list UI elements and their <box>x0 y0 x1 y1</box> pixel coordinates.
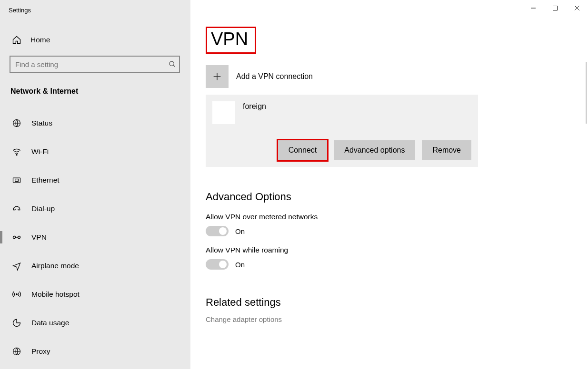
toggle-metered[interactable] <box>206 226 229 236</box>
remove-button[interactable]: Remove <box>422 140 471 160</box>
proxy-icon <box>11 346 22 357</box>
svg-point-0 <box>169 61 174 66</box>
home-label: Home <box>30 36 50 44</box>
search-input[interactable] <box>10 56 180 73</box>
sidebar-item-hotspot[interactable]: Mobile hotspot <box>10 281 181 308</box>
sidebar-item-vpn[interactable]: VPN <box>10 224 181 251</box>
svg-rect-4 <box>13 178 20 183</box>
svg-rect-5 <box>15 179 19 182</box>
sidebar-item-label: Status <box>31 119 52 127</box>
close-button[interactable] <box>566 1 588 15</box>
sidebar-item-wifi[interactable]: Wi-Fi <box>10 138 181 165</box>
search-icon <box>169 60 176 68</box>
wifi-icon <box>11 146 22 157</box>
category-header: Network & Internet <box>10 87 181 96</box>
vpn-connection-card[interactable]: foreign Connect Advanced options Remove <box>206 95 478 167</box>
change-adapter-link[interactable]: Change adapter options <box>206 315 574 323</box>
sidebar-item-label: Mobile hotspot <box>31 290 80 299</box>
svg-rect-12 <box>553 6 558 10</box>
status-icon <box>11 118 22 128</box>
sidebar-item-label: VPN <box>31 233 47 242</box>
sidebar: Settings Home Network & Internet <box>0 0 190 369</box>
maximize-button[interactable] <box>544 1 566 15</box>
close-icon <box>574 5 580 11</box>
main-pane: VPN Add a VPN connection foreign Connect… <box>190 0 588 369</box>
toggle-row-roaming: On <box>206 259 574 270</box>
minimize-button[interactable] <box>522 1 544 15</box>
sidebar-item-airplane[interactable]: Airplane mode <box>10 252 181 279</box>
sidebar-item-label: Wi-Fi <box>31 147 49 156</box>
page-title-highlight: VPN <box>206 27 256 54</box>
sidebar-item-dialup[interactable]: Dial-up <box>10 195 181 222</box>
home-icon <box>11 35 22 45</box>
vpn-connection-actions: Connect Advanced options Remove <box>212 140 471 160</box>
sidebar-item-label: Airplane mode <box>31 262 79 270</box>
vpn-icon <box>11 232 22 243</box>
scrollbar[interactable] <box>586 62 587 124</box>
sidebar-item-ethernet[interactable]: Ethernet <box>10 167 181 194</box>
sidebar-item-proxy[interactable]: Proxy <box>10 338 181 365</box>
page-title: VPN <box>211 29 248 49</box>
sidebar-item-datausage[interactable]: Data usage <box>10 310 181 336</box>
airplane-icon <box>11 261 22 271</box>
svg-point-6 <box>13 236 16 239</box>
sidebar-item-status[interactable]: Status <box>10 110 181 136</box>
sidebar-item-label: Data usage <box>31 319 69 327</box>
related-settings-heading: Related settings <box>206 296 574 309</box>
vpn-connection-icon <box>212 101 235 124</box>
add-vpn-label: Add a VPN connection <box>236 72 313 81</box>
vpn-connection-header: foreign <box>212 101 471 124</box>
toggle-state-metered: On <box>235 227 245 235</box>
datausage-icon <box>11 318 22 328</box>
add-vpn-button[interactable]: Add a VPN connection <box>206 65 574 88</box>
ethernet-icon <box>11 175 22 185</box>
dialup-icon <box>11 204 22 214</box>
nav-list: Status Wi-Fi Ethernet <box>10 110 181 365</box>
app-title: Settings <box>0 0 190 18</box>
sidebar-item-label: Ethernet <box>31 176 60 184</box>
option-label-roaming: Allow VPN while roaming <box>206 246 574 254</box>
svg-point-7 <box>18 236 20 239</box>
search-field-wrap <box>10 56 181 73</box>
toggle-row-metered: On <box>206 226 574 236</box>
connect-button[interactable]: Connect <box>278 140 328 160</box>
sidebar-item-label: Proxy <box>31 347 50 356</box>
minimize-icon <box>530 5 536 11</box>
advanced-options-button[interactable]: Advanced options <box>334 140 415 160</box>
svg-point-3 <box>16 155 17 155</box>
svg-line-1 <box>173 65 175 67</box>
toggle-roaming[interactable] <box>206 259 229 270</box>
sidebar-item-label: Dial-up <box>31 204 55 213</box>
maximize-icon <box>552 5 558 11</box>
advanced-options-heading: Advanced Options <box>206 191 574 203</box>
home-nav[interactable]: Home <box>10 29 181 51</box>
toggle-state-roaming: On <box>235 261 245 269</box>
vpn-connection-name: foreign <box>243 101 266 124</box>
option-label-metered: Allow VPN over metered networks <box>206 213 574 221</box>
hotspot-icon <box>11 289 22 300</box>
window-controls <box>522 1 588 15</box>
plus-icon <box>206 65 229 88</box>
svg-point-9 <box>16 294 18 295</box>
